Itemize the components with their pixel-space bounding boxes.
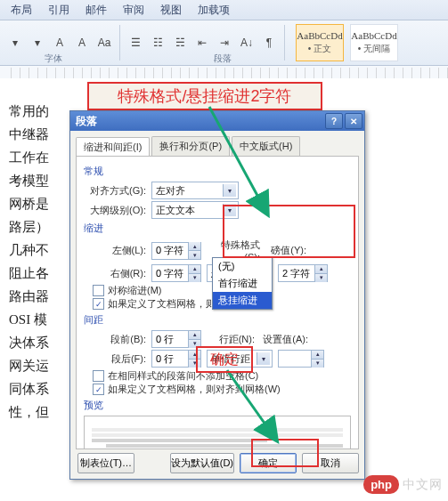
shrink-font-button[interactable]: A xyxy=(72,33,92,53)
section-general: 常规 xyxy=(84,165,351,178)
decrease-indent-button[interactable]: ⇤ xyxy=(192,33,212,53)
ribbon-tabs: 布局 引用 邮件 审阅 视图 加载项 xyxy=(0,0,448,20)
label-left-indent: 左侧(L): xyxy=(84,244,146,257)
show-marks-button[interactable]: ¶ xyxy=(259,33,279,53)
ribbon-tab-layout[interactable]: 布局 xyxy=(11,3,32,18)
special-format-dropdown[interactable]: (无) 首行缩进 悬挂缩进 xyxy=(212,257,273,310)
spin-up-icon[interactable]: ▴ xyxy=(188,331,200,340)
style-label: • 正文 xyxy=(308,43,331,55)
help-button[interactable]: ? xyxy=(325,113,343,129)
increase-indent-button[interactable]: ⇥ xyxy=(215,33,234,53)
watermark-text: 中文网 xyxy=(403,477,443,493)
style-nospacing[interactable]: AaBbCcDd • 无间隔 xyxy=(350,24,398,61)
style-sample: AaBbCcDd xyxy=(351,30,396,41)
label-space-before: 段前(B): xyxy=(84,333,146,346)
cancel-button[interactable]: 取消 xyxy=(302,453,359,473)
special-option-none[interactable]: (无) xyxy=(213,258,272,275)
paragraph-dialog: 段落 ? ✕ 缩进和间距(I) 换行和分页(P) 中文版式(H) 常规 对齐方式… xyxy=(69,110,365,480)
ribbon-tab-review[interactable]: 审阅 xyxy=(123,3,144,18)
chevron-down-icon: ▾ xyxy=(223,184,236,197)
left-indent-value: 0 字符 xyxy=(152,244,188,257)
ribbon-toolbar: ▾ ▾ A A Aa ☰ ☷ ☵ ⇤ ⇥ A↓ ¶ AaBbCcDd • 正文 … xyxy=(0,20,448,66)
label-by: 磅值(Y): xyxy=(265,244,306,257)
checkbox-icon xyxy=(93,285,104,296)
right-indent-value: 0 字符 xyxy=(152,267,188,280)
annotation-ok: 确定 xyxy=(196,346,253,373)
spin-up-icon[interactable]: ▴ xyxy=(311,351,323,360)
mirror-indent-label: 对称缩进(M) xyxy=(108,284,162,297)
spin-up-icon[interactable]: ▴ xyxy=(188,242,200,251)
checkbox-icon xyxy=(93,370,104,382)
right-indent-spinner[interactable]: 0 字符 ▴▾ xyxy=(151,264,201,282)
spin-down-icon[interactable]: ▾ xyxy=(188,251,200,259)
close-button[interactable]: ✕ xyxy=(345,113,362,129)
label-right-indent: 右侧(R): xyxy=(84,267,146,280)
space-before-value: 0 行 xyxy=(152,333,188,346)
change-case-button[interactable]: Aa xyxy=(94,33,114,53)
tab-indent-spacing[interactable]: 缩进和间距(I) xyxy=(76,137,150,157)
spin-up-icon[interactable]: ▴ xyxy=(188,265,200,274)
chevron-down-icon: ▾ xyxy=(223,204,236,216)
set-default-button[interactable]: 设为默认值(D) xyxy=(170,453,234,473)
spin-down-icon[interactable]: ▾ xyxy=(314,274,327,282)
checkbox-icon: ✓ xyxy=(93,298,104,310)
special-option-hanging[interactable]: 悬挂缩进 xyxy=(213,292,272,309)
label-line-spacing: 行距(N): xyxy=(207,333,255,346)
preview-pane xyxy=(84,416,351,449)
ribbon-tab-mailings[interactable]: 邮件 xyxy=(86,3,107,18)
space-after-value: 0 行 xyxy=(152,352,188,366)
tab-asian-typography[interactable]: 中文版式(H) xyxy=(232,136,300,156)
grid-align-label: 如果定义了文档网格，则对齐到网格(W) xyxy=(108,383,281,396)
numbering-button[interactable]: ☷ xyxy=(148,33,167,53)
spin-down-icon[interactable]: ▾ xyxy=(188,274,200,282)
group-label-font: 字体 xyxy=(45,53,62,65)
annotation-special-format: 特殊格式/悬挂缩进2字符 xyxy=(87,82,322,110)
style-sample: AaBbCcDd xyxy=(297,30,342,41)
grow-font-button[interactable]: A xyxy=(50,33,69,53)
chevron-down-icon: ▾ xyxy=(257,352,270,365)
outline-level-combo[interactable]: 正文文本▾ xyxy=(151,201,239,219)
bullets-button[interactable]: ☰ xyxy=(126,33,145,53)
style-normal[interactable]: AaBbCcDd • 正文 xyxy=(296,24,344,61)
sort-button[interactable]: A↓ xyxy=(237,33,257,53)
label-outline-level: 大纲级别(O): xyxy=(84,204,146,217)
left-indent-spinner[interactable]: 0 字符 ▴▾ xyxy=(151,242,201,260)
space-after-spinner[interactable]: 0 行 ▴▾ xyxy=(151,350,201,368)
alignment-combo[interactable]: 左对齐▾ xyxy=(151,182,239,199)
dialog-title: 段落 xyxy=(76,114,97,129)
font-name-dropdown[interactable]: ▾ xyxy=(5,33,25,53)
font-size-dropdown[interactable]: ▾ xyxy=(28,33,47,53)
label-alignment: 对齐方式(G): xyxy=(84,184,146,198)
grid-align-checkbox[interactable]: ✓如果定义了文档网格，则对齐到网格(W) xyxy=(93,383,351,396)
tab-line-page-breaks[interactable]: 换行和分页(P) xyxy=(151,136,230,156)
tabs-button[interactable]: 制表位(T)… xyxy=(77,453,134,473)
section-indent: 缩进 xyxy=(84,222,351,235)
style-label: • 无间隔 xyxy=(358,43,390,55)
dialog-tabbar: 缩进和间距(I) 换行和分页(P) 中文版式(H) xyxy=(70,131,364,156)
ribbon-tab-view[interactable]: 视图 xyxy=(160,3,182,18)
spin-up-icon[interactable]: ▴ xyxy=(314,265,327,274)
ribbon-tab-references[interactable]: 引用 xyxy=(48,3,69,18)
watermark: php 中文网 xyxy=(363,475,443,494)
ribbon-tab-addins[interactable]: 加载项 xyxy=(198,3,230,18)
ok-button[interactable]: 确定 xyxy=(240,453,297,473)
group-label-paragraph: 段落 xyxy=(214,53,232,65)
at-value-spinner[interactable]: ▴▾ xyxy=(278,350,324,368)
dialog-button-bar: 制表位(T)… 设为默认值(D) 确定 取消 xyxy=(70,453,364,479)
space-before-spinner[interactable]: 0 行 ▴▾ xyxy=(151,330,201,348)
special-option-firstline[interactable]: 首行缩进 xyxy=(213,275,272,292)
outline-level-value: 正文文本 xyxy=(156,204,195,217)
label-at: 设置值(A): xyxy=(260,333,308,346)
watermark-pill: php xyxy=(363,475,399,494)
section-spacing: 间距 xyxy=(84,313,351,327)
checkbox-icon: ✓ xyxy=(93,384,104,395)
dialog-titlebar[interactable]: 段落 ? ✕ xyxy=(70,111,364,131)
label-space-after: 段后(F): xyxy=(84,352,146,366)
spin-down-icon[interactable]: ▾ xyxy=(311,360,323,368)
section-preview: 预览 xyxy=(84,399,351,412)
by-value-spinner[interactable]: 2 字符 ▴▾ xyxy=(278,264,328,282)
by-value: 2 字符 xyxy=(279,267,314,280)
dialog-body: 常规 对齐方式(G): 左对齐▾ 大纲级别(O): 正文文本▾ 缩进 左侧(L)… xyxy=(76,156,359,449)
alignment-value: 左对齐 xyxy=(156,184,185,198)
multilevel-list-button[interactable]: ☵ xyxy=(170,33,190,53)
